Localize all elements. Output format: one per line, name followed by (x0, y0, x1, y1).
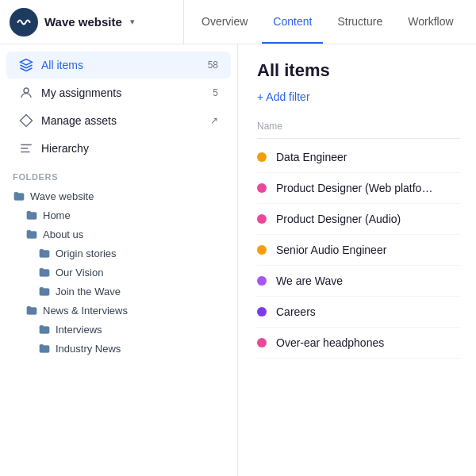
layers-icon (19, 58, 33, 72)
folder-icon (25, 209, 38, 221)
item-label: Senior Audio Engineer (276, 244, 386, 256)
page-title: All items (257, 60, 460, 81)
folder-icon (38, 342, 51, 355)
manage-assets-badge: ↗ (210, 115, 218, 126)
manage-assets-label: Manage assets (41, 114, 202, 127)
tree-label: Industry News (56, 343, 121, 355)
list-item[interactable]: Senior Audio Engineer (257, 235, 460, 266)
add-filter-button[interactable]: + Add filter (257, 90, 460, 103)
item-label: Data Engineer (276, 151, 347, 163)
header: Wave website ▾ Overview Content Structur… (0, 0, 476, 44)
sidebar-item-all-items[interactable]: All items 58 (6, 52, 231, 79)
folder-icon (38, 285, 51, 298)
tree-label: Wave website (30, 190, 94, 202)
status-dot (257, 307, 267, 317)
tree-label: Join the Wave (56, 286, 121, 298)
tab-structure[interactable]: Structure (326, 0, 393, 44)
tree-item-wave-website[interactable]: Wave website (0, 186, 237, 205)
status-dot (257, 338, 267, 347)
logo-icon (10, 8, 38, 36)
list-item[interactable]: Product Designer (Web platfo… (257, 173, 460, 204)
tab-content[interactable]: Content (262, 0, 323, 44)
hierarchy-label: Hierarchy (41, 142, 218, 155)
svg-marker-2 (21, 115, 33, 127)
svg-point-1 (24, 88, 29, 93)
sidebar-item-hierarchy[interactable]: Hierarchy (6, 135, 231, 162)
logo-area: Wave website ▾ (10, 0, 184, 44)
status-dot (257, 183, 267, 193)
svg-marker-0 (21, 60, 33, 66)
status-dot (257, 152, 267, 162)
folder-icon (38, 247, 51, 259)
tree-item-origin-stories[interactable]: Origin stories (0, 244, 237, 263)
folder-icon (25, 304, 38, 317)
nav-tabs: Overview Content Structure Workflow (184, 0, 465, 44)
my-assignments-label: My assignments (41, 86, 205, 99)
list-item[interactable]: Product Designer (Audio) (257, 204, 460, 235)
status-dot (257, 245, 267, 255)
folder-icon (38, 323, 51, 336)
tree-label: Our Vision (56, 267, 103, 278)
sidebar-item-my-assignments[interactable]: My assignments 5 (6, 79, 231, 106)
item-label: Product Designer (Audio) (276, 213, 401, 225)
tree-item-industry-news[interactable]: Industry News (0, 339, 237, 358)
site-name: Wave website (44, 15, 122, 29)
chevron-down-icon[interactable]: ▾ (130, 17, 135, 27)
item-label: We are Wave (276, 274, 343, 287)
status-dot (257, 276, 267, 286)
tree-label: Home (43, 209, 71, 221)
tab-overview[interactable]: Overview (190, 0, 259, 44)
tab-workflow[interactable]: Workflow (397, 0, 464, 44)
folder-icon (13, 190, 25, 202)
tree-label: News & Interviews (43, 305, 128, 317)
tree-item-join-the-wave[interactable]: Join the Wave (0, 282, 237, 301)
diamond-icon (19, 113, 33, 128)
tree-item-home[interactable]: Home (0, 205, 237, 225)
tree-item-our-vision[interactable]: Our Vision (0, 263, 237, 282)
tree-item-interviews[interactable]: Interviews (0, 320, 237, 339)
tree-item-about-us[interactable]: About us (0, 225, 237, 244)
list-icon (19, 141, 33, 155)
tree-label: Interviews (56, 324, 102, 336)
sidebar-item-manage-assets[interactable]: Manage assets ↗ (6, 107, 231, 134)
all-items-label: All items (41, 59, 200, 71)
tree-item-news-interviews[interactable]: News & Interviews (0, 301, 237, 320)
status-dot (257, 214, 267, 224)
person-icon (19, 86, 33, 100)
tree-label: Origin stories (56, 248, 117, 259)
item-label: Careers (276, 305, 316, 318)
list-item[interactable]: We are Wave (257, 266, 460, 297)
col-header-name: Name (257, 116, 460, 139)
tree-label: About us (43, 228, 83, 240)
list-item[interactable]: Over-ear headphones (257, 328, 460, 359)
folder-icon (38, 266, 51, 278)
list-item[interactable]: Data Engineer (257, 142, 460, 173)
list-item[interactable]: Careers (257, 297, 460, 328)
my-assignments-badge: 5 (213, 87, 218, 98)
all-items-badge: 58 (208, 60, 218, 71)
layout: All items 58 My assignments 5 Manage ass… (0, 44, 476, 476)
item-label: Over-ear headphones (276, 336, 384, 349)
main-content: All items + Add filter Name Data Enginee… (238, 44, 476, 476)
item-label: Product Designer (Web platfo… (276, 182, 432, 194)
folders-section-label: FOLDERS (0, 163, 237, 186)
folder-icon (25, 228, 38, 240)
sidebar: All items 58 My assignments 5 Manage ass… (0, 44, 238, 476)
